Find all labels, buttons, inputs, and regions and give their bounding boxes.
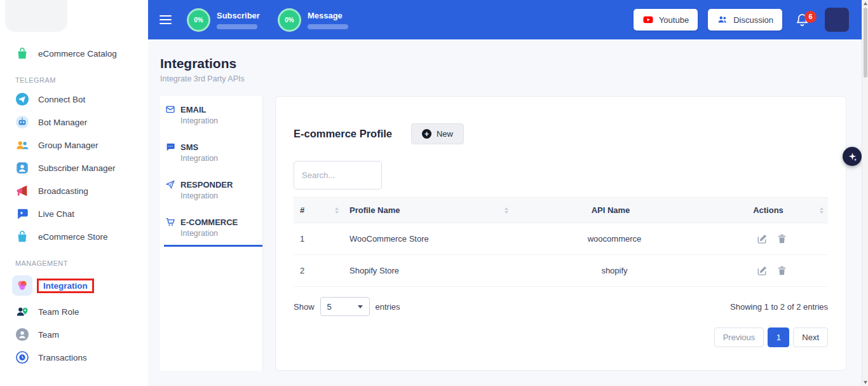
scroll-up-icon[interactable] bbox=[864, 2, 867, 5]
email-icon bbox=[165, 104, 175, 114]
edit-icon bbox=[756, 233, 768, 245]
sidebar-item-transactions[interactable]: Transactions bbox=[0, 346, 148, 369]
row-actions bbox=[716, 223, 828, 254]
table-row: 1 WooCommerce Store woocommerce bbox=[294, 223, 828, 255]
chat-bubble-icon bbox=[15, 207, 29, 221]
subnav-item-subtitle: Integration bbox=[180, 116, 262, 125]
sidebar-item-group-manager[interactable]: Group Manager bbox=[0, 134, 148, 156]
group-icon bbox=[15, 138, 29, 152]
profiles-table: # Profile Name API Name Actions 1 WooCom… bbox=[294, 197, 828, 287]
scrollbar-thumb[interactable] bbox=[864, 8, 867, 78]
megaphone-icon bbox=[15, 184, 29, 198]
sidebar-item-label: eCommerce Store bbox=[38, 232, 108, 242]
row-profile-name: WooCommerce Store bbox=[343, 224, 513, 253]
subscriber-progress-bar bbox=[217, 24, 257, 29]
topbar-actions: Youtube Discussion 6 bbox=[634, 8, 849, 32]
sidebar-item-label: Bot Manager bbox=[38, 118, 87, 127]
new-profile-button[interactable]: + New bbox=[411, 123, 464, 144]
chevron-down-icon bbox=[358, 305, 363, 308]
trash-icon bbox=[776, 233, 788, 245]
plus-icon: + bbox=[422, 129, 431, 139]
sidebar-item-label: Team Role bbox=[38, 307, 79, 317]
sidebar-item-label: Group Manager bbox=[38, 141, 98, 150]
sidebar-item-ecommerce-catalog[interactable]: eCommerce Catalog bbox=[0, 42, 148, 65]
cart-icon bbox=[165, 217, 175, 227]
sidebar-section-telegram: TELEGRAM bbox=[0, 67, 148, 88]
column-header-actions[interactable]: Actions bbox=[716, 198, 828, 223]
main-content: Integrations Integrate 3rd Party APIs EM… bbox=[148, 39, 868, 386]
delete-button[interactable] bbox=[776, 233, 788, 245]
sidebar-item-live-chat[interactable]: Live Chat bbox=[0, 202, 148, 225]
row-num: 1 bbox=[294, 224, 343, 253]
sidebar-item-label: Broadcasting bbox=[38, 186, 88, 196]
transactions-icon bbox=[15, 350, 29, 364]
sidebar-item-subscriber-manager[interactable]: Subscriber Manager bbox=[0, 156, 148, 179]
user-avatar[interactable] bbox=[825, 8, 849, 32]
ecommerce-profile-card: E-commerce Profile + New # Profile Name … bbox=[275, 96, 846, 371]
next-page-button[interactable]: Next bbox=[793, 327, 828, 347]
sidebar-item-connect-bot[interactable]: Connect Bot bbox=[0, 88, 148, 111]
previous-page-button[interactable]: Previous bbox=[714, 327, 764, 347]
subnav-item-responder[interactable]: RESPONDER Integration bbox=[164, 174, 262, 207]
vertical-scrollbar[interactable] bbox=[862, 0, 868, 386]
show-label: Show bbox=[294, 302, 315, 312]
subnav-item-ecommerce[interactable]: E-COMMERCE Integration bbox=[164, 211, 262, 247]
sidebar-item-bot-manager[interactable]: Bot Manager bbox=[0, 111, 148, 134]
sidebar-item-team[interactable]: Team bbox=[0, 323, 148, 346]
delete-button[interactable] bbox=[776, 265, 788, 277]
subscriber-progress-ring: 0% bbox=[187, 8, 210, 32]
sidebar-item-ecommerce-store[interactable]: eCommerce Store bbox=[0, 225, 148, 248]
column-header-profile-name[interactable]: Profile Name bbox=[343, 198, 513, 223]
sidebar-item-label: Live Chat bbox=[38, 209, 74, 219]
edit-button[interactable] bbox=[756, 233, 768, 245]
row-api-name: woocommerce bbox=[513, 224, 716, 253]
ai-assistant-button[interactable] bbox=[843, 147, 862, 166]
sidebar-item-label: Integration bbox=[37, 279, 94, 293]
menu-toggle-icon[interactable] bbox=[159, 15, 172, 24]
table-footer: Show 5 entries Showing 1 to 2 of 2 entri… bbox=[294, 297, 828, 316]
app-window: eCommerce Catalog TELEGRAM Connect Bot B… bbox=[0, 0, 868, 386]
discussion-button-label: Discussion bbox=[733, 15, 773, 25]
responder-icon bbox=[165, 179, 175, 190]
search-input[interactable] bbox=[294, 161, 382, 190]
subnav-item-title: EMAIL bbox=[180, 105, 206, 114]
column-header-num[interactable]: # bbox=[294, 198, 343, 223]
showing-entries-text: Showing 1 to 2 of 2 entries bbox=[730, 302, 828, 312]
notifications-button[interactable]: 6 bbox=[795, 13, 810, 27]
topbar: 0% Subscriber 0% Message Youtube Discuss… bbox=[148, 0, 868, 39]
youtube-icon bbox=[642, 14, 654, 25]
sms-icon bbox=[165, 142, 175, 152]
youtube-button[interactable]: Youtube bbox=[634, 9, 698, 31]
sidebar-item-integration[interactable]: Integration bbox=[0, 271, 148, 300]
page-size-select[interactable]: 5 bbox=[320, 297, 370, 316]
sidebar-item-broadcasting[interactable]: Broadcasting bbox=[0, 179, 148, 202]
card-title: E-commerce Profile bbox=[294, 128, 392, 140]
subnav-item-email[interactable]: EMAIL Integration bbox=[164, 99, 262, 132]
notification-badge: 6 bbox=[804, 11, 817, 23]
message-stat: 0% Message bbox=[278, 8, 348, 32]
sidebar-item-label: Team bbox=[38, 330, 59, 340]
page-1-button[interactable]: 1 bbox=[768, 327, 789, 347]
telegram-icon bbox=[15, 92, 29, 106]
integration-icon-bg bbox=[12, 275, 32, 296]
discussion-button[interactable]: Discussion bbox=[708, 9, 782, 31]
sidebar-item-team-role[interactable]: Team Role bbox=[0, 300, 148, 323]
sort-icon bbox=[505, 207, 508, 214]
team-role-icon bbox=[15, 305, 29, 319]
sidebar-item-label: Transactions bbox=[38, 353, 87, 362]
discussion-icon bbox=[717, 14, 728, 25]
app-logo bbox=[5, 0, 67, 32]
column-header-api-name[interactable]: API Name bbox=[513, 198, 716, 223]
subnav-item-subtitle: Integration bbox=[180, 154, 262, 163]
subscriber-icon bbox=[15, 161, 29, 175]
sparkle-icon bbox=[847, 151, 858, 162]
robot-icon bbox=[15, 115, 29, 129]
scroll-down-icon[interactable] bbox=[864, 381, 867, 384]
sidebar: eCommerce Catalog TELEGRAM Connect Bot B… bbox=[0, 0, 148, 386]
edit-button[interactable] bbox=[756, 265, 768, 277]
subnav-item-sms[interactable]: SMS Integration bbox=[164, 136, 262, 170]
store-bag-icon bbox=[15, 230, 29, 244]
row-num: 2 bbox=[294, 256, 343, 285]
edit-icon bbox=[756, 265, 768, 277]
sidebar-section-management: MANAGEMENT bbox=[0, 251, 148, 271]
